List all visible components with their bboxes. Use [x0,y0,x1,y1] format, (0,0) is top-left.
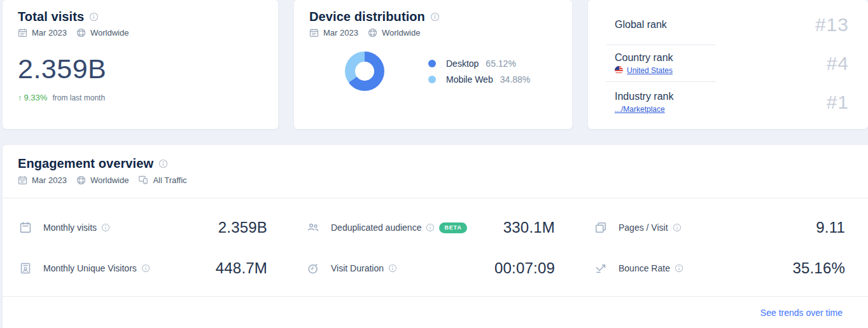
legend-dot-mobile-icon [428,76,436,83]
date-label: Mar 2023 [32,28,67,38]
info-icon[interactable] [89,12,99,22]
date-label: Mar 2023 [323,28,358,38]
global-rank-row: Global rank #13 [588,5,868,44]
legend-value: 65.12% [486,58,515,69]
industry-link[interactable]: .../Marketplace [615,105,665,114]
metric-label: Monthly visits [43,222,97,233]
rank-card: Global rank #13 Country rank United Stat… [588,0,868,129]
legend-label: Mobile Web [446,74,493,85]
metric-value: 35.16% [792,259,845,277]
info-icon[interactable] [141,264,150,273]
info-icon[interactable] [388,264,397,273]
metric-pages-per-visit: Pages / Visit 9.11 [578,207,868,248]
up-arrow-icon: ↑ [18,93,22,102]
industry-rank-row: Industry rank .../Marketplace #1 [588,82,868,123]
country-link[interactable]: United States [627,66,673,75]
metric-monthly-visits: Monthly visits 2.359B [3,207,290,248]
info-icon[interactable] [673,223,682,232]
metric-label: Monthly Unique Visitors [43,263,137,273]
calendar-icon [18,175,27,185]
legend-item-desktop: Desktop 65.12% [428,58,530,69]
devices-icon [138,175,148,185]
engagement-title: Engagement overview [18,156,153,171]
country-rank-label: Country rank [615,52,673,63]
info-icon[interactable] [430,12,440,22]
us-flag-icon [615,66,623,74]
country-rank-value: #4 [827,53,849,74]
metric-value: 00:07:09 [494,259,555,277]
calendar-icon [19,221,32,234]
see-trends-link[interactable]: See trends over time [760,308,843,318]
globe-icon [76,175,86,185]
calendar-icon [309,28,319,38]
region-label: Worldwide [90,28,129,38]
legend-value: 34.88% [500,74,530,85]
device-donut-chart [345,51,384,91]
device-distribution-card: Device distribution Mar 2023 Worldwide D… [294,0,572,129]
industry-rank-value: #1 [827,92,849,113]
stopwatch-icon [307,262,319,275]
calendar-icon [18,28,27,38]
region-label: Worldwide [90,175,129,185]
people-icon [307,221,319,234]
id-badge-icon [19,262,32,275]
metric-label: Pages / Visit [619,222,668,233]
top-row: Total visits Mar 2023 Worldwide 2.359B ↑… [0,0,868,129]
globe-icon [368,28,377,38]
total-visits-value: 2.359B [18,53,263,85]
metric-label: Deduplicated audience [331,222,421,233]
legend-dot-desktop-icon [428,60,436,67]
country-rank-row: Country rank United States #4 [588,45,868,81]
info-icon[interactable] [426,223,435,232]
global-rank-value: #13 [815,14,849,36]
date-label: Mar 2023 [32,175,67,185]
region-label: Worldwide [382,28,420,38]
globe-icon [76,28,86,38]
metrics-grid: Monthly visits 2.359B Deduplicated audie… [3,198,868,289]
bounce-icon [594,262,607,275]
industry-rank-label: Industry rank [615,91,673,102]
info-icon[interactable] [158,159,168,168]
metric-label: Bounce Rate [619,263,670,273]
beta-badge: BETA [439,222,466,233]
metric-value: 330.1M [503,219,555,236]
total-visits-title: Total visits [18,10,84,24]
metric-value: 448.7M [216,259,267,277]
legend-item-mobile-web: Mobile Web 34.88% [428,74,530,85]
metric-value: 2.359B [218,219,267,236]
device-distribution-title: Device distribution [309,10,425,24]
info-icon[interactable] [675,264,683,273]
global-rank-label: Global rank [615,19,667,31]
metric-deduplicated-audience: Deduplicated audience BETA 330.1M [290,207,578,248]
metric-bounce-rate: Bounce Rate 35.16% [578,248,868,289]
change-suffix: from last month [52,93,105,102]
change-percent: 9.33% [24,93,48,102]
traffic-label: All Traffic [153,175,186,185]
metric-label: Visit Duration [331,263,384,273]
metric-value: 9.11 [816,219,845,236]
total-visits-card: Total visits Mar 2023 Worldwide 2.359B ↑… [3,0,278,129]
metric-visit-duration: Visit Duration 00:07:09 [290,248,578,289]
engagement-overview-card: Engagement overview Mar 2023 Worldwide A… [3,145,868,328]
metric-monthly-unique-visitors: Monthly Unique Visitors 448.7M [3,248,290,289]
pages-icon [594,221,607,234]
info-icon[interactable] [101,223,110,232]
device-legend: Desktop 65.12% Mobile Web 34.88% [428,58,530,85]
legend-label: Desktop [446,58,479,69]
